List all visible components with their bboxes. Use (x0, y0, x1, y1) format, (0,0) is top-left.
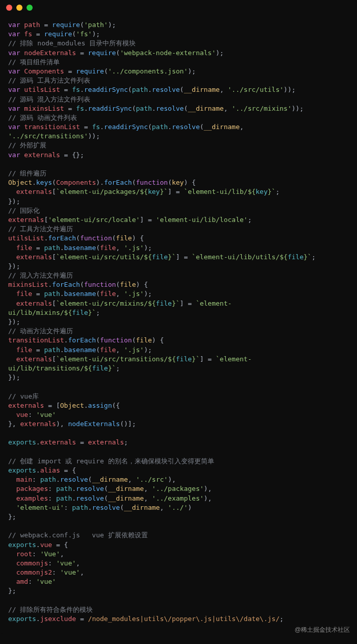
code-line: // 国际化 (8, 207, 40, 214)
code-line: // 工具方法文件遍历 (8, 225, 73, 233)
code-line: externals['element-ui/src/locale'] = 'el… (8, 216, 251, 224)
code-line: // 排除 node_modules 目录中所有模块 (8, 39, 136, 47)
code-line: main: path.resolve(__dirname, '../src'), (8, 476, 176, 483)
code-line: file = path.basename(file, '.js'); (8, 346, 152, 354)
code-line: // 组件遍历 (8, 169, 46, 177)
code-line: exports.alias = { (8, 466, 76, 474)
code-line: exports.externals = externals; (8, 438, 128, 446)
code-content: var path = require('path'); var fs = req… (0, 15, 357, 626)
code-line: }; (8, 513, 16, 521)
code-line: var nodeExternals = require('webpack-nod… (8, 49, 224, 57)
code-line: var utilsList = fs.readdirSync(path.reso… (8, 86, 296, 93)
code-line: '../src/transitions')); (8, 132, 100, 140)
code-line: // 源码 动画文件列表 (8, 114, 77, 121)
code-line: var Components = require('../components.… (8, 67, 196, 75)
code-line: // 混入方法文件遍历 (8, 271, 73, 279)
maximize-button[interactable] (27, 5, 33, 11)
code-line: root: 'Vue', (8, 550, 64, 558)
window-titlebar (0, 0, 357, 15)
code-line: }); (8, 374, 20, 381)
code-line: file = path.basename(file, '.js'); (8, 244, 152, 252)
code-line: var mixinsList = fs.readdirSync(path.res… (8, 105, 303, 112)
code-line: // 动画方法文件遍历 (8, 327, 73, 335)
code-line: externals[`element-ui/src/mixins/${file}… (8, 300, 232, 307)
code-line: ui/lib/mixins/${file}`; (8, 309, 100, 316)
code-line: ui/lib/transitions/${file}`; (8, 364, 120, 372)
code-line: // 外部扩展 (8, 141, 46, 149)
code-line: var externals = {}; (8, 151, 84, 159)
code-line: }, externals), nodeExternals()]; (8, 420, 136, 428)
code-window: var path = require('path'); var fs = req… (0, 0, 357, 634)
close-button[interactable] (6, 5, 12, 11)
code-line: // 项目组件清单 (8, 58, 60, 66)
code-line: 'element-ui': path.resolve(__dirname, '.… (8, 504, 192, 511)
code-line: externals = [Object.assign({ (8, 402, 120, 409)
code-line: }); (8, 262, 20, 270)
code-line: mixinsList.forEach(function(file) { (8, 281, 148, 288)
minimize-button[interactable] (16, 5, 22, 11)
code-line: }); (8, 197, 20, 205)
code-line: externals[`element-ui/src/transitions/${… (8, 355, 251, 363)
code-line: // 源码 混入方法文件列表 (8, 95, 90, 103)
code-line: externals[`element-ui/packages/${key}`] … (8, 188, 279, 195)
code-line: vue: 'vue' (8, 411, 56, 418)
code-line: var transitionList = fs.readdirSync(path… (8, 123, 244, 131)
watermark-text: @稀土掘金技术社区 (0, 626, 357, 634)
code-line: // vue库 (8, 392, 39, 400)
code-line: Object.keys(Components).forEach(function… (8, 179, 196, 186)
code-line: commonjs: 'vue', (8, 559, 80, 567)
code-line: // 源码 工具方法文件列表 (8, 77, 90, 84)
code-line: var path = require('path'); (8, 21, 116, 29)
code-line: file = path.basename(file, '.js'); (8, 290, 152, 298)
code-line: exports.jsexclude = /node_modules|utils\… (8, 615, 284, 623)
code-line: utilsList.forEach(function(file) { (8, 234, 144, 242)
code-line: examples: path.resolve(__dirname, '../ex… (8, 494, 212, 502)
code-line: // webpack.conf.js vue 扩展依赖设置 (8, 531, 148, 539)
code-line: packages: path.resolve(__dirname, '../pa… (8, 485, 212, 492)
code-line: // 排除所有符合条件的模块 (8, 606, 93, 613)
code-line: commonjs2: 'vue', (8, 568, 84, 576)
code-line: // 创建 import 或 require 的别名，来确保模块引入变得更简单 (8, 457, 214, 465)
code-line: externals[`element-ui/src/utils/${file}`… (8, 253, 316, 261)
code-line: var fs = require('fs'); (8, 30, 100, 38)
code-line: }; (8, 587, 16, 595)
code-line: amd: 'vue' (8, 578, 56, 585)
code-line: transitionList.forEach(function(file) { (8, 336, 164, 344)
code-line: }); (8, 318, 20, 326)
code-line: exports.vue = { (8, 541, 68, 549)
